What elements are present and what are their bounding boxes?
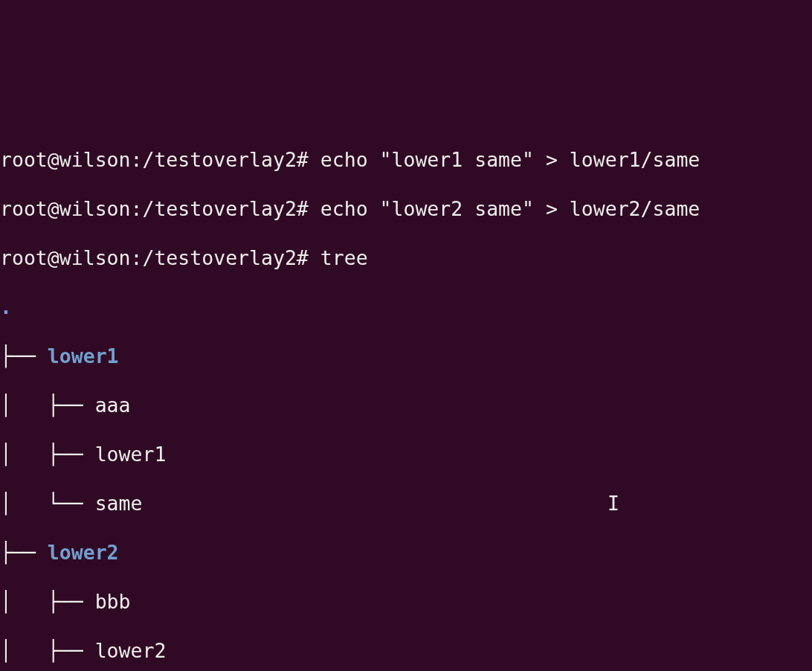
file-aaa: aaa	[95, 394, 131, 417]
command-2: echo "lower2 same" > lower2/same	[309, 197, 700, 220]
tree-branch: ├──	[48, 639, 95, 662]
command-3: tree	[309, 246, 368, 269]
tree-branch: │	[0, 590, 48, 613]
tree-branch: │	[0, 394, 48, 417]
tree-branch: ├──	[48, 590, 95, 613]
prompt: root@wilson:/testoverlay2#	[0, 197, 309, 220]
file-lower2: lower2	[95, 639, 167, 662]
tree-branch: ├──	[0, 344, 48, 367]
dir-lower1: lower1	[48, 344, 119, 367]
file-lower1: lower1	[95, 443, 167, 466]
prompt: root@wilson:/testoverlay2#	[0, 246, 309, 269]
command-1: echo "lower1 same" > lower1/same	[309, 148, 700, 171]
terminal[interactable]: root@wilson:/testoverlay2# echo "lower1 …	[0, 123, 812, 671]
tree-branch: └──	[48, 492, 95, 515]
tree-branch: │	[0, 639, 48, 662]
tree-root: .	[0, 295, 12, 318]
tree-branch: │	[0, 443, 48, 466]
tree-branch: ├──	[48, 443, 95, 466]
tree-branch: ├──	[48, 394, 95, 417]
tree-branch: │	[0, 492, 48, 515]
file-bbb: bbb	[95, 590, 131, 613]
prompt: root@wilson:/testoverlay2#	[0, 148, 309, 171]
tree-branch: ├──	[0, 541, 48, 564]
dir-lower2: lower2	[48, 541, 119, 564]
file-same: same	[95, 492, 143, 515]
